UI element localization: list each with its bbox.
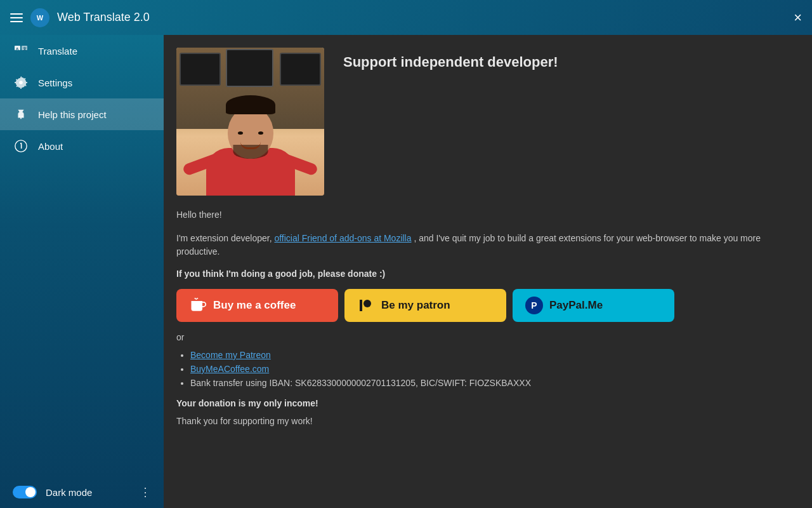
mozilla-link[interactable]: official Friend of add-ons at Mozilla <box>274 233 411 243</box>
darkmode-toggle[interactable] <box>13 486 37 498</box>
coffee-button-label: Buy me a coffee <box>213 299 296 312</box>
svg-text:i: i <box>20 142 22 150</box>
only-income-text: Your donation is my only income! <box>176 398 793 408</box>
darkmode-label: Dark mode <box>46 487 131 498</box>
paypal-button[interactable]: P PayPal.Me <box>513 289 674 322</box>
list-item: Become my Patreon <box>190 350 793 360</box>
sidebar-item-translate[interactable]: A 文 Translate <box>0 35 164 67</box>
hello-text: Hello there! <box>176 208 793 222</box>
buy-coffee-button[interactable]: Buy me a coffee <box>176 289 338 322</box>
settings-label: Settings <box>38 77 72 88</box>
patreon-button[interactable]: Be my patron <box>344 289 506 322</box>
developer-photo <box>176 48 324 196</box>
svg-point-5 <box>19 116 20 117</box>
svg-point-9 <box>20 143 22 144</box>
help-label: Help this project <box>38 109 107 120</box>
buymecoffee-link[interactable]: BuyMeACoffee.com <box>190 364 269 374</box>
svg-point-6 <box>22 116 23 117</box>
main-content: Support independent developer! Hello the… <box>164 35 812 508</box>
bank-transfer-text: Bank transfer using IBAN: SK628330000000… <box>190 378 531 388</box>
body-layout: A 文 Translate Settings <box>0 35 812 508</box>
settings-icon <box>13 74 29 91</box>
help-icon <box>13 106 29 123</box>
top-section: Support independent developer! <box>176 48 793 196</box>
description-prefix: I'm extension developer, <box>176 233 272 243</box>
paypal-button-label: PayPal.Me <box>549 299 603 312</box>
header-left: W Web Translate 2.0 <box>10 8 150 27</box>
description-text: I'm extension developer, official Friend… <box>176 232 793 258</box>
paypal-icon: P <box>525 297 543 314</box>
svg-point-10 <box>363 300 371 307</box>
sidebar-item-settings[interactable]: Settings <box>0 67 164 98</box>
close-icon[interactable]: × <box>794 11 802 25</box>
translate-label: Translate <box>38 46 77 57</box>
translate-icon: A 文 <box>13 43 29 59</box>
darkmode-options-icon[interactable]: ⋮ <box>140 485 151 499</box>
links-list: Become my Patreon BuyMeACoffee.com Bank … <box>176 350 793 388</box>
svg-text:A: A <box>16 47 19 51</box>
patreon-link[interactable]: Become my Patreon <box>190 350 271 360</box>
list-item: Bank transfer using IBAN: SK628330000000… <box>190 378 793 388</box>
donation-buttons: Buy me a coffee Be my patron P PayPal.Me <box>176 289 793 322</box>
donate-prompt: If you think I'm doing a good job, pleas… <box>176 269 793 279</box>
support-headline: Support independent developer! <box>343 54 793 70</box>
app-title: Web Translate 2.0 <box>57 11 150 24</box>
svg-text:文: 文 <box>23 46 27 51</box>
app-header: W Web Translate 2.0 × <box>0 0 812 35</box>
hamburger-menu-icon[interactable] <box>10 13 23 22</box>
thank-you-text: Thank you for supporting my work! <box>176 416 793 426</box>
sidebar-item-help[interactable]: Help this project <box>0 98 164 130</box>
about-icon: i <box>13 138 29 154</box>
coffee-icon <box>189 297 207 314</box>
sidebar: A 文 Translate Settings <box>0 35 164 508</box>
list-item: BuyMeACoffee.com <box>190 364 793 374</box>
app-logo: W <box>30 8 49 27</box>
svg-rect-11 <box>360 300 362 311</box>
patron-button-label: Be my patron <box>381 299 450 312</box>
or-text: or <box>176 332 793 342</box>
sidebar-item-about[interactable]: i About <box>0 130 164 162</box>
patreon-icon <box>357 297 375 314</box>
about-label: About <box>38 141 63 152</box>
support-text-area: Support independent developer! <box>343 48 793 196</box>
sidebar-darkmode-row: Dark mode ⋮ <box>0 476 164 508</box>
